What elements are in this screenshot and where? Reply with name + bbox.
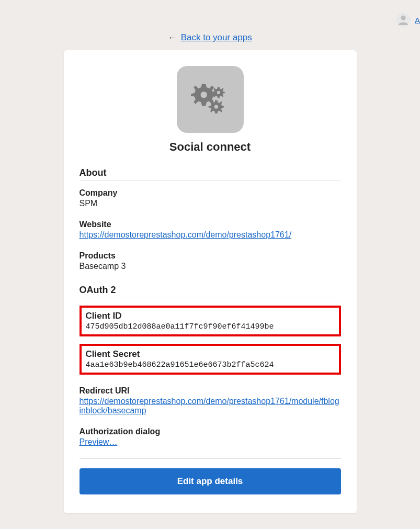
redirect-uri-link[interactable]: https://demostoreprestashop.com/demo/pre… bbox=[80, 397, 339, 415]
client-id-box: Client ID 475d905db12d088ae0a11f7fc9f90e… bbox=[80, 306, 341, 336]
company-value: SPM bbox=[80, 199, 341, 208]
company-label: Company bbox=[80, 188, 341, 198]
svg-point-2 bbox=[217, 91, 220, 94]
svg-point-3 bbox=[214, 105, 218, 108]
app-icon bbox=[177, 66, 244, 133]
oauth-heading: OAuth 2 bbox=[80, 285, 341, 298]
products-value: Basecamp 3 bbox=[80, 262, 341, 271]
svg-point-0 bbox=[401, 16, 405, 20]
website-label: Website bbox=[80, 220, 341, 229]
website-link[interactable]: https://demostoreprestashop.com/demo/pre… bbox=[80, 230, 292, 239]
back-arrow-icon: ← bbox=[168, 33, 176, 42]
back-to-apps-link[interactable]: Back to your apps bbox=[181, 32, 252, 42]
client-secret-value: 4aa1e63b9eb468622a91651e6e6673b2ffa5c624 bbox=[86, 361, 335, 369]
preview-link[interactable]: Preview… bbox=[80, 437, 118, 446]
edit-app-details-button[interactable]: Edit app details bbox=[80, 468, 341, 494]
client-id-value: 475d905db12d088ae0a11f7fc9f90ef6f41499be bbox=[86, 322, 335, 331]
client-id-label: Client ID bbox=[86, 311, 335, 321]
app-details-card: Social connect About Company SPM Website… bbox=[64, 50, 357, 513]
avatar bbox=[396, 13, 411, 27]
account-link[interactable]: A bbox=[415, 16, 420, 25]
about-heading: About bbox=[80, 167, 341, 181]
svg-point-1 bbox=[200, 92, 207, 98]
products-label: Products bbox=[80, 251, 341, 261]
user-icon bbox=[397, 14, 410, 26]
auth-dialog-label: Authorization dialog bbox=[80, 427, 341, 436]
app-title: Social connect bbox=[80, 140, 341, 154]
gears-icon bbox=[187, 76, 233, 122]
client-secret-box: Client Secret 4aa1e63b9eb468622a91651e6e… bbox=[80, 344, 341, 375]
divider bbox=[80, 458, 341, 459]
redirect-uri-label: Redirect URI bbox=[80, 386, 341, 396]
client-secret-label: Client Secret bbox=[86, 349, 335, 359]
